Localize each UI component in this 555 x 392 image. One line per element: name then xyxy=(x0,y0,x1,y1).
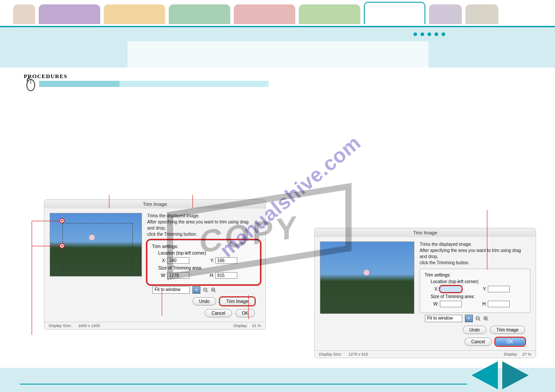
fit-select[interactable]: Fit to window xyxy=(152,286,190,294)
w-input[interactable] xyxy=(440,301,462,307)
undo-button[interactable]: Undo xyxy=(192,297,216,306)
y-input[interactable] xyxy=(488,286,510,292)
desc-line: After specifying the area you want to tr… xyxy=(147,219,249,224)
trim-dialog-1: Trim Image Trims the displayed image. Af… xyxy=(44,199,266,330)
tab-9[interactable] xyxy=(465,4,498,24)
settings-title: Trim settings: xyxy=(424,273,526,277)
flower-decoration xyxy=(360,266,373,279)
annotation-handle-icon xyxy=(59,218,65,223)
h-label: H: xyxy=(208,273,214,278)
dot-icon xyxy=(428,32,431,36)
tab-3[interactable] xyxy=(104,4,165,24)
settings-title: Trim settings: xyxy=(152,244,255,249)
annotation-line xyxy=(248,295,249,319)
dialog-desc: Trims the displayed image. After specify… xyxy=(420,241,530,266)
dialog-desc: Trims the displayed image. After specify… xyxy=(147,213,260,237)
tab-2[interactable] xyxy=(39,4,100,24)
y-label: Y: xyxy=(481,287,487,291)
procedures-label: PROCEDURES xyxy=(24,73,537,80)
procedures-bar xyxy=(39,81,268,87)
zoom-in-icon[interactable] xyxy=(211,288,216,293)
display-size-value: 1600 x 1200 xyxy=(78,324,100,328)
mouse-icon xyxy=(25,77,37,91)
trim-image-button[interactable]: Trim Image xyxy=(220,297,255,306)
next-page-button[interactable] xyxy=(502,361,529,389)
annotation-handle-icon xyxy=(59,243,65,248)
dialog-title: Trim Image xyxy=(44,200,265,209)
trim-dialog-2: Trim Image Trims the displayed image. Af… xyxy=(314,228,536,358)
display-pct-value: 27 % xyxy=(522,352,531,356)
trim-image-button[interactable]: Trim Image xyxy=(490,326,525,334)
cancel-button[interactable]: Cancel xyxy=(464,338,491,346)
main-content: PROCEDURES Trim Image Trims the displaye… xyxy=(0,68,555,85)
h-label: H: xyxy=(481,302,487,306)
x-input[interactable] xyxy=(440,286,462,292)
image-preview[interactable] xyxy=(320,241,414,314)
desc-line: After specifying the area you want to tr… xyxy=(420,248,521,253)
svg-line-10 xyxy=(479,320,480,321)
y-label: Y: xyxy=(208,258,214,263)
zoom-out-icon[interactable] xyxy=(203,288,208,293)
header-inset xyxy=(127,41,428,70)
dot-icon xyxy=(435,32,438,36)
location-label: Location (top-left corner) xyxy=(431,279,526,284)
trim-settings-group: Trim settings: Location (top-left corner… xyxy=(147,240,260,284)
h-input[interactable] xyxy=(488,301,510,307)
footer xyxy=(0,368,555,392)
desc-line: Trims the displayed image. xyxy=(420,242,472,247)
desc-line: and drop, xyxy=(420,254,438,259)
zoom-in-icon[interactable] xyxy=(483,316,489,321)
annotation-line xyxy=(32,221,59,221)
ok-button[interactable]: OK xyxy=(495,338,525,346)
annotation-line xyxy=(32,221,32,335)
cancel-button[interactable]: Cancel xyxy=(205,309,232,317)
w-label: W: xyxy=(432,302,439,306)
display-size-value: 1278 x 915 xyxy=(348,352,368,356)
annotation-line xyxy=(192,195,193,208)
dialog-title: Trim Image xyxy=(315,228,536,237)
ok-button[interactable]: OK xyxy=(236,309,255,317)
display-pct-label: Display: xyxy=(233,324,247,328)
tab-5[interactable] xyxy=(234,4,295,24)
tab-4[interactable] xyxy=(169,4,230,24)
svg-line-6 xyxy=(214,291,216,292)
select-arrow-icon[interactable]: ▾ xyxy=(192,286,200,294)
tab-6[interactable] xyxy=(299,4,360,24)
footer-divider xyxy=(20,384,467,385)
header-band xyxy=(0,27,555,68)
fit-select[interactable]: Fit to window xyxy=(425,315,462,322)
x-input[interactable] xyxy=(167,257,189,264)
dot-icon xyxy=(414,32,417,36)
prev-page-button[interactable] xyxy=(472,361,498,389)
display-pct-label: Display: xyxy=(504,352,518,356)
selection-rect[interactable] xyxy=(62,223,133,270)
flower-decoration xyxy=(85,231,98,244)
h-input[interactable] xyxy=(215,272,237,279)
w-input[interactable] xyxy=(167,272,189,279)
tab-1[interactable] xyxy=(13,4,35,24)
tab-strip xyxy=(0,0,555,27)
location-label: Location (top-left corner) xyxy=(158,251,255,255)
zoom-out-icon[interactable] xyxy=(475,316,481,321)
dot-icon xyxy=(442,32,445,36)
size-label: Size of Trimming area: xyxy=(158,266,255,270)
size-label: Size of Trimming area: xyxy=(431,294,526,299)
tab-8[interactable] xyxy=(429,4,462,24)
annotation-line xyxy=(162,291,162,316)
trim-settings-group: Trim settings: Location (top-left corner… xyxy=(420,269,530,313)
desc-line: click the Trimming button. xyxy=(420,260,469,265)
desc-line: click the Trimming button. xyxy=(147,232,197,237)
annotation-line xyxy=(109,195,109,208)
display-size-label: Display Size: xyxy=(319,352,342,356)
undo-button[interactable]: Undo xyxy=(463,326,486,334)
tab-7-active[interactable] xyxy=(364,2,425,24)
page-dots xyxy=(414,32,445,36)
x-label: X: xyxy=(432,287,439,291)
desc-line: Trims the displayed image. xyxy=(147,213,200,218)
desc-line: and drop, xyxy=(147,226,166,230)
annotation-line xyxy=(32,246,59,246)
y-input[interactable] xyxy=(215,257,237,264)
x-label: X: xyxy=(160,258,166,263)
select-arrow-icon[interactable]: ▾ xyxy=(465,315,473,322)
svg-line-13 xyxy=(487,320,488,321)
